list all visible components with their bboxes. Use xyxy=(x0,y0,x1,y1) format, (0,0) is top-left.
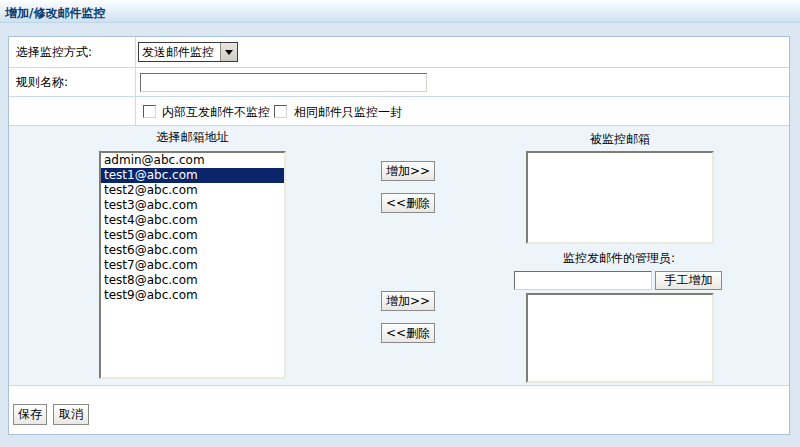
page-header: 增加/修改邮件监控 xyxy=(0,0,800,23)
admin-section-heading: 监控发邮件的管理员: xyxy=(514,250,724,267)
save-button[interactable]: 保存 xyxy=(13,404,47,425)
monitor-mode-selected-value: 发送邮件监控 xyxy=(139,43,220,61)
mailbox-transfer-row: 选择邮箱地址 admin@abc.comtest1@abc.comtest2@a… xyxy=(9,126,789,386)
actions-row: 保存 取消 xyxy=(9,386,789,434)
list-option[interactable]: test2@abc.com xyxy=(101,183,284,198)
rule-name-input[interactable] xyxy=(140,73,427,92)
options-empty-label xyxy=(9,97,136,125)
list-option[interactable]: test8@abc.com xyxy=(101,273,284,288)
chevron-down-icon xyxy=(225,50,233,55)
list-option[interactable]: test1@abc.com xyxy=(101,168,284,183)
list-option[interactable]: test9@abc.com xyxy=(101,288,284,303)
cancel-button[interactable]: 取消 xyxy=(53,404,89,425)
same-mail-checkbox[interactable] xyxy=(274,105,287,118)
source-mailbox-listbox[interactable]: admin@abc.comtest1@abc.comtest2@abc.comt… xyxy=(99,151,286,379)
dropdown-arrow-button[interactable] xyxy=(220,43,237,61)
email-monitor-page: 增加/修改邮件监控 选择监控方式: 发送邮件监控 规则名称: 内部互发邮件不监控… xyxy=(0,0,800,447)
internal-mail-checkbox-label: 内部互发邮件不监控 xyxy=(162,105,270,120)
remove-mailbox-button[interactable]: <<删除 xyxy=(381,193,435,213)
monitor-mode-select[interactable]: 发送邮件监控 xyxy=(138,42,238,62)
admin-manual-input[interactable] xyxy=(514,271,652,290)
internal-mail-checkbox[interactable] xyxy=(143,105,156,118)
list-option[interactable]: test5@abc.com xyxy=(101,228,284,243)
monitor-mode-row: 选择监控方式: 发送邮件监控 xyxy=(9,37,789,68)
monitored-list-heading: 被监控邮箱 xyxy=(526,131,714,148)
monitored-mailbox-listbox[interactable] xyxy=(526,151,714,244)
list-option[interactable]: test3@abc.com xyxy=(101,198,284,213)
options-row: 内部互发邮件不监控 相同邮件只监控一封 xyxy=(9,97,789,126)
list-option[interactable]: admin@abc.com xyxy=(101,153,284,168)
manual-add-button[interactable]: 手工增加 xyxy=(655,271,722,290)
rule-name-row: 规则名称: xyxy=(9,68,789,97)
remove-admin-button[interactable]: <<删除 xyxy=(381,323,435,343)
list-option[interactable]: test7@abc.com xyxy=(101,258,284,273)
source-list-heading: 选择邮箱地址 xyxy=(99,129,286,146)
list-option[interactable]: test4@abc.com xyxy=(101,213,284,228)
list-option[interactable]: test6@abc.com xyxy=(101,243,284,258)
page-title: 增加/修改邮件监控 xyxy=(5,5,105,22)
monitor-mode-label: 选择监控方式: xyxy=(9,37,136,67)
admin-listbox[interactable] xyxy=(526,293,714,383)
rule-name-label: 规则名称: xyxy=(9,68,136,96)
add-admin-button[interactable]: 增加>> xyxy=(381,291,435,311)
add-mailbox-button[interactable]: 增加>> xyxy=(381,161,435,181)
same-mail-checkbox-label: 相同邮件只监控一封 xyxy=(294,105,402,120)
monitor-form-panel: 选择监控方式: 发送邮件监控 规则名称: 内部互发邮件不监控 相同邮件只监控一封… xyxy=(8,36,790,435)
